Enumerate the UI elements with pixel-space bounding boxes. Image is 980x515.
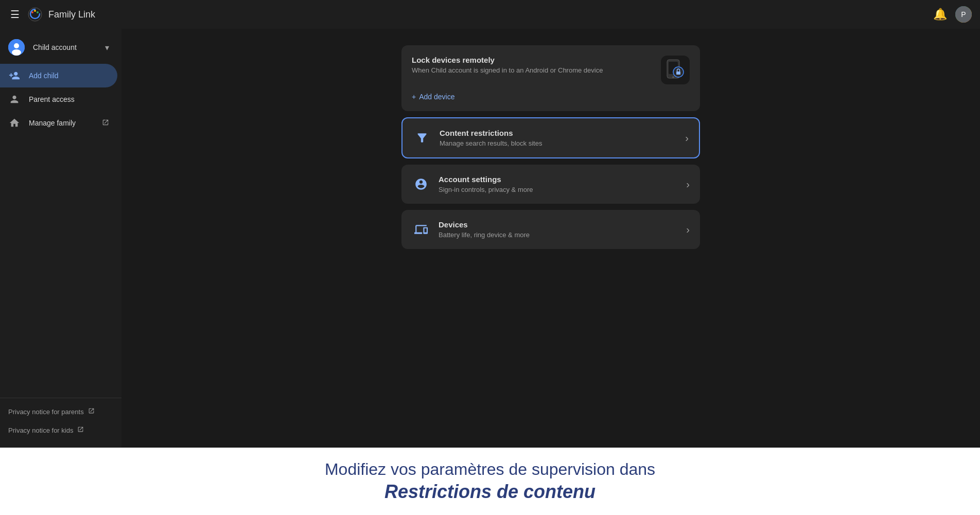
manage-family-label: Manage family xyxy=(29,119,94,127)
lock-devices-text: Lock devices remotely When Child account… xyxy=(412,56,661,74)
privacy-parents-external-icon xyxy=(88,407,95,416)
manage-family-icon xyxy=(8,117,21,129)
child-account-label: Child account xyxy=(33,43,97,51)
content-restrictions-card[interactable]: Content restrictions Manage search resul… xyxy=(401,117,700,158)
devices-icon xyxy=(412,220,430,239)
content-restrictions-text: Content restrictions Manage search resul… xyxy=(440,129,689,147)
add-device-label: Add device xyxy=(419,93,454,101)
content-restrictions-title: Content restrictions xyxy=(440,129,689,137)
topbar-right: 🔔 P xyxy=(933,6,972,23)
content-restrictions-icon xyxy=(413,129,431,147)
topbar: ☰ Family Link 🔔 P xyxy=(0,0,980,29)
lock-devices-subtitle: When Child account is signed in to an An… xyxy=(412,66,661,74)
svg-point-3 xyxy=(37,11,39,13)
manage-family-external-icon xyxy=(102,119,109,128)
content-restrictions-row: Content restrictions Manage search resul… xyxy=(413,129,689,147)
account-settings-row: Account settings Sign-in controls, priva… xyxy=(412,175,690,193)
devices-row: Devices Battery life, ring device & more xyxy=(412,220,690,239)
devices-text: Devices Battery life, ring device & more xyxy=(439,220,690,239)
parent-access-label: Parent access xyxy=(29,95,109,103)
sidebar: Child account ▾ Add child Parent access xyxy=(0,29,121,448)
content-restrictions-chevron: › xyxy=(685,132,689,144)
banner-line1: Modifiez vos paramètres de supervision d… xyxy=(16,460,964,479)
menu-icon[interactable]: ☰ xyxy=(8,6,22,23)
svg-point-7 xyxy=(14,43,19,48)
child-account-chevron: ▾ xyxy=(105,43,109,52)
parent-access-icon xyxy=(8,94,21,105)
app-logo xyxy=(28,7,42,22)
privacy-kids-external-icon xyxy=(77,426,84,434)
topbar-left: ☰ Family Link xyxy=(8,6,95,23)
sidebar-footer: Privacy notice for parents Privacy notic… xyxy=(0,398,121,443)
lock-devices-title: Lock devices remotely xyxy=(412,56,661,64)
privacy-parents-label: Privacy notice for parents xyxy=(8,408,84,416)
sidebar-item-privacy-kids[interactable]: Privacy notice for kids xyxy=(0,421,121,439)
sidebar-item-parent-access[interactable]: Parent access xyxy=(0,87,117,111)
svg-text:P: P xyxy=(961,10,966,19)
add-child-label: Add child xyxy=(29,72,109,80)
main-content: Lock devices remotely When Child account… xyxy=(121,29,980,448)
sidebar-item-privacy-parents[interactable]: Privacy notice for parents xyxy=(0,402,121,421)
cards-container: Lock devices remotely When Child account… xyxy=(401,45,700,249)
svg-point-11 xyxy=(672,76,674,78)
main-layout: Child account ▾ Add child Parent access xyxy=(0,29,980,448)
sidebar-item-add-child[interactable]: Add child xyxy=(0,64,117,87)
lock-devices-icon xyxy=(661,56,690,84)
privacy-kids-label: Privacy notice for kids xyxy=(8,427,73,434)
devices-subtitle: Battery life, ring device & more xyxy=(439,231,690,239)
svg-point-8 xyxy=(12,49,21,56)
add-device-action[interactable]: + Add device xyxy=(412,93,690,101)
sidebar-item-child-account[interactable]: Child account ▾ xyxy=(0,33,117,62)
account-settings-subtitle: Sign-in controls, privacy & more xyxy=(439,186,690,193)
svg-point-1 xyxy=(31,11,33,13)
account-settings-card[interactable]: Account settings Sign-in controls, priva… xyxy=(401,165,700,204)
user-avatar[interactable]: P xyxy=(955,6,972,23)
devices-chevron: › xyxy=(686,224,690,236)
banner-line2: Restrictions de contenu xyxy=(16,481,964,503)
devices-card[interactable]: Devices Battery life, ring device & more… xyxy=(401,210,700,249)
bottom-banner: Modifiez vos paramètres de supervision d… xyxy=(0,448,980,515)
devices-title: Devices xyxy=(439,220,690,229)
account-settings-chevron: › xyxy=(686,179,690,190)
account-settings-text: Account settings Sign-in controls, priva… xyxy=(439,175,690,193)
notification-bell-icon[interactable]: 🔔 xyxy=(933,8,947,21)
add-device-plus-icon: + xyxy=(412,93,416,101)
sidebar-spacer xyxy=(0,135,121,394)
svg-rect-13 xyxy=(676,72,680,75)
sidebar-item-manage-family[interactable]: Manage family xyxy=(0,111,117,135)
lock-devices-card[interactable]: Lock devices remotely When Child account… xyxy=(401,45,700,111)
add-child-icon xyxy=(8,70,21,81)
lock-devices-card-top: Lock devices remotely When Child account… xyxy=(412,56,690,84)
account-settings-title: Account settings xyxy=(439,175,690,184)
svg-point-2 xyxy=(34,10,36,12)
child-avatar xyxy=(8,39,25,56)
app-title: Family Link xyxy=(48,9,95,20)
account-settings-icon xyxy=(412,175,430,193)
content-restrictions-subtitle: Manage search results, block sites xyxy=(440,139,689,147)
